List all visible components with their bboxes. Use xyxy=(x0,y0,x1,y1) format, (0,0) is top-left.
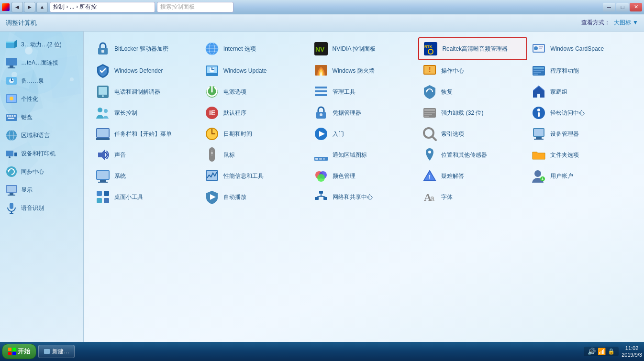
label-datetime: 日期和时间 xyxy=(223,131,252,137)
search-bar[interactable]: 搜索控制面板 xyxy=(157,2,233,12)
left-item-display[interactable]: 显示 xyxy=(2,181,82,199)
cp-item-eoa[interactable]: 轻松访问中心 xyxy=(527,102,636,123)
svg-text:IE: IE xyxy=(209,109,215,117)
cp-item-defender[interactable]: Windows Defender xyxy=(91,60,200,81)
breadcrumb-bar[interactable]: 控制 › ... › 所有控 xyxy=(50,2,155,12)
left-item-sync[interactable]: 同步中心 xyxy=(2,163,82,181)
left-item-region[interactable]: 区域和语言 xyxy=(2,126,82,144)
cp-item-taskbar[interactable]: 任务栏和【开始】菜单 xyxy=(91,123,200,144)
icon-colorman xyxy=(313,168,329,184)
left-label-keyboard: 键盘 xyxy=(21,113,33,121)
cp-item-getstarted[interactable]: 入门 xyxy=(310,123,419,144)
icon-perf xyxy=(204,168,220,184)
left-label-display: 显示 xyxy=(21,186,33,194)
label-troubleshoot: 疑难解答 xyxy=(441,173,464,179)
svg-rect-96 xyxy=(96,138,110,140)
cp-item-realtek[interactable]: RTK Realtek高清晰音频管理器 xyxy=(418,37,527,60)
cp-item-power[interactable]: 电源选项 xyxy=(200,81,310,102)
svg-rect-71 xyxy=(99,87,107,95)
icon-network xyxy=(313,189,329,205)
nav-forward-button[interactable]: ▶ xyxy=(24,2,35,12)
icon-internet xyxy=(204,41,220,56)
cp-item-nvidia[interactable]: NV NVIDIA 控制面板 xyxy=(310,37,419,60)
cp-item-datetime[interactable]: 日期和时间 xyxy=(200,123,310,144)
cp-item-uninstall32[interactable]: 强力卸载 (32 位) xyxy=(418,102,527,123)
cp-item-defaults[interactable]: IE 默认程序 xyxy=(200,102,310,123)
nav-up-button[interactable]: ▲ xyxy=(36,2,48,12)
left-item-keyboard[interactable]: 键盘 xyxy=(2,108,82,126)
cp-item-network[interactable]: 网络和共享中心 xyxy=(310,186,419,208)
icon-taskbar xyxy=(95,126,111,142)
svg-point-92 xyxy=(537,109,540,111)
icon-autoplay xyxy=(204,189,220,205)
system-clock[interactable]: 11:02 2019/9/3 xyxy=(622,345,642,359)
left-item-speech[interactable]: 语音识别 xyxy=(2,199,82,217)
cp-item-fonts[interactable]: Aa 字体 xyxy=(418,186,527,208)
cp-item-internet[interactable]: Internet 选项 xyxy=(200,37,310,60)
svg-point-125 xyxy=(534,170,541,177)
cp-item-mouse[interactable]: 鼠标 xyxy=(200,144,310,165)
cp-item-phone[interactable]: 电话和调制解调器 xyxy=(91,81,200,102)
taskbar: 开始 新建… 🔊 📶 🔒 11:02 2019/9/3 xyxy=(0,342,644,361)
label-homegroup: 家庭组 xyxy=(550,88,567,95)
cp-item-folderopt[interactable]: 文件夹选项 xyxy=(527,144,636,165)
svg-rect-19 xyxy=(7,115,9,117)
clock-time: 11:02 xyxy=(622,345,642,351)
left-item-backup[interactable]: 备……泉 xyxy=(2,72,82,90)
icon-indexing xyxy=(422,126,437,142)
left-item-vncA[interactable]: …teA…面连接 xyxy=(2,54,82,72)
cp-item-system[interactable]: 系统 xyxy=(91,165,200,186)
icon-credentials xyxy=(313,105,329,120)
svg-rect-89 xyxy=(424,114,432,115)
svg-point-85 xyxy=(320,113,322,116)
cp-item-colorman[interactable]: 颜色管理 xyxy=(310,165,419,186)
cp-item-actioncenter[interactable]: ! 操作中心 xyxy=(418,60,527,81)
cp-item-homegroup[interactable]: 家庭组 xyxy=(527,81,636,102)
cp-item-troubleshoot[interactable]: ! 疑难解答 xyxy=(418,165,527,186)
left-item-personal[interactable]: 个性化 xyxy=(2,90,82,108)
cp-item-recovery[interactable]: 恢复 xyxy=(418,81,527,102)
cp-item-bitlocker[interactable]: BitLocker 驱动器加密 xyxy=(91,37,200,60)
cp-item-location[interactable]: 位置和其他传感器 xyxy=(418,144,527,165)
svg-rect-33 xyxy=(7,186,16,192)
label-tools: 管理工具 xyxy=(333,88,355,95)
tray-icon-1: 🔊 xyxy=(588,348,596,355)
breadcrumb-main[interactable]: 调整计算机 xyxy=(6,19,37,27)
label-taskbar: 任务栏和【开始】菜单 xyxy=(114,131,172,137)
icon-winfirewall xyxy=(313,63,329,78)
cp-item-winfirewall[interactable]: Windows 防火墙 xyxy=(310,60,419,81)
svg-rect-35 xyxy=(8,195,15,196)
cp-item-sound[interactable]: 声音 xyxy=(91,144,200,165)
cp-item-useraccounts[interactable]: + 用户帐户 xyxy=(527,165,636,186)
close-button[interactable]: ✕ xyxy=(630,3,642,11)
left-item-devices[interactable]: 设备和打印机 xyxy=(2,144,82,163)
taskbar-open-item[interactable]: 新建… xyxy=(38,345,75,358)
svg-text:a: a xyxy=(430,194,434,202)
cp-item-perf[interactable]: 性能信息和工具 xyxy=(200,165,310,186)
nav-buttons: ◀ ▶ ▲ xyxy=(11,2,48,12)
start-button[interactable]: 开始 xyxy=(2,344,36,359)
view-option-button[interactable]: 大图标 ▼ xyxy=(614,19,638,27)
svg-text:+: + xyxy=(541,176,544,182)
label-notifyarea: 通知区域图标 xyxy=(333,152,367,158)
cp-item-cardspace[interactable]: Windows CardSpace xyxy=(527,37,636,60)
minimize-button[interactable]: ─ xyxy=(603,3,615,11)
label-bitlocker: BitLocker 驱动器加密 xyxy=(114,45,168,52)
cp-item-devmgr[interactable]: 设备管理器 xyxy=(527,123,636,144)
label-winupdate: Windows Update xyxy=(223,67,267,74)
left-item-3d[interactable]: 3…动力…(2 位) xyxy=(2,35,82,54)
cp-item-indexing[interactable]: 索引选项 xyxy=(418,123,527,144)
svg-rect-118 xyxy=(98,182,108,183)
cp-item-programs[interactable]: 程序和功能 xyxy=(527,60,636,81)
cp-item-winupdate[interactable]: Windows Update xyxy=(200,60,310,81)
cp-item-tools[interactable]: 管理工具 xyxy=(310,81,419,102)
label-system: 系统 xyxy=(114,173,126,179)
maximize-button[interactable]: □ xyxy=(616,3,629,11)
cp-item-autoplay[interactable]: 自动播放 xyxy=(200,186,310,208)
cp-item-parentctrl[interactable]: 家长控制 xyxy=(91,102,200,123)
nav-back-button[interactable]: ◀ xyxy=(11,2,23,12)
cp-item-notifyarea[interactable]: 通知区域图标 xyxy=(310,144,419,165)
cp-item-credentials[interactable]: 凭据管理器 xyxy=(310,102,419,123)
cp-item-gadgets[interactable]: 桌面小工具 xyxy=(91,186,200,208)
icon-troubleshoot: ! xyxy=(422,168,437,184)
